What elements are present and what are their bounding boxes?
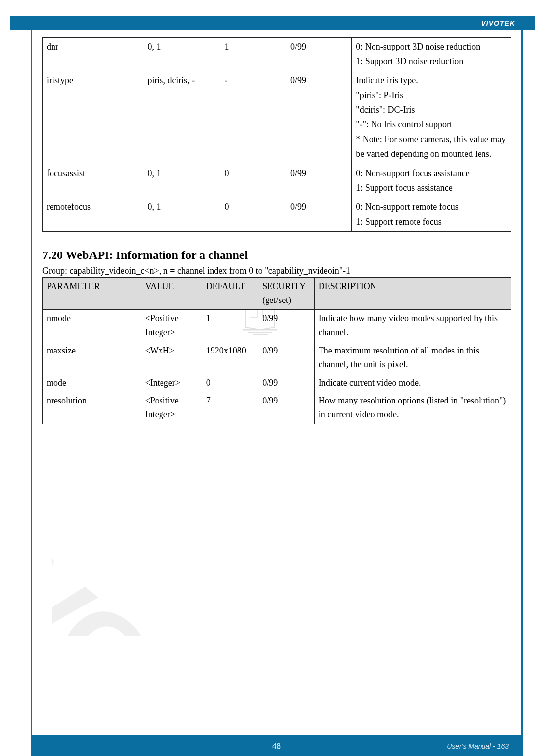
cell-parameter: iristype xyxy=(43,71,143,164)
cell-security: 0/99 xyxy=(258,374,315,392)
watermark-text: VIVOTEK Confidential xyxy=(52,466,441,636)
cell-security: 0/99 xyxy=(286,71,351,164)
cell-security: 0/99 xyxy=(286,164,351,198)
cell-description: Indicate how many video modes supported … xyxy=(314,310,511,342)
cell-value: <Integer> xyxy=(141,374,202,392)
cell-description: 0: Non-support remote focus 1: Support r… xyxy=(352,198,511,231)
col-parameter: PARAMETER xyxy=(43,278,141,310)
col-value: VALUE xyxy=(141,278,202,310)
cell-default: 0 xyxy=(220,198,286,231)
cell-description: 0: Non-support 3D noise reduction 1: Sup… xyxy=(352,38,511,71)
cell-parameter: focusassist xyxy=(43,164,143,198)
col-description: DESCRIPTION xyxy=(314,278,511,310)
table-parameters-2: PARAMETER VALUE DEFAULT SECURITY (get/se… xyxy=(42,277,511,424)
cell-value: <Positive Integer> xyxy=(141,310,202,342)
cell-default: 1 xyxy=(220,38,286,71)
cell-security: 0/99 xyxy=(258,342,315,374)
table-header-row: PARAMETER VALUE DEFAULT SECURITY (get/se… xyxy=(43,278,511,310)
cell-description: Indicate iris type. "piris": P-Iris "dci… xyxy=(352,71,511,164)
cell-value: 0, 1 xyxy=(143,164,220,198)
cell-security: 0/99 xyxy=(258,392,315,424)
content-area: dnr 0, 1 1 0/99 0: Non-support 3D noise … xyxy=(42,37,511,424)
cell-security: 0/99 xyxy=(286,198,351,231)
table-row: dnr 0, 1 1 0/99 0: Non-support 3D noise … xyxy=(43,38,511,71)
cell-default: 7 xyxy=(202,392,258,424)
section-note: Group: capability_videoin_c<n>, n = chan… xyxy=(42,266,511,276)
table-row: mode <Integer> 0 0/99 Indicate current v… xyxy=(43,374,511,392)
cell-parameter: mode xyxy=(43,374,141,392)
cell-value: <WxH> xyxy=(141,342,202,374)
cell-description: The maximum resolution of all modes in t… xyxy=(314,342,511,374)
table-row: maxsize <WxH> 1920x1080 0/99 The maximum… xyxy=(43,342,511,374)
col-security: SECURITY (get/set) xyxy=(258,278,315,310)
cell-default: 0 xyxy=(202,374,258,392)
cell-parameter: nmode xyxy=(43,310,141,342)
cell-security: 0/99 xyxy=(286,38,351,71)
cell-default: 1920x1080 xyxy=(202,342,258,374)
table-row: nmode <Positive Integer> 1 0/99 Indicate… xyxy=(43,310,511,342)
table-parameters-1: dnr 0, 1 1 0/99 0: Non-support 3D noise … xyxy=(42,37,511,232)
cell-parameter: maxsize xyxy=(43,342,141,374)
section-heading: 7.20 WebAPI: Information for a channel xyxy=(42,249,511,262)
footer-manual-ref: User's Manual - 163 xyxy=(447,742,509,750)
footer-bar: 48 User's Manual - 163 xyxy=(31,736,523,756)
table-row: remotefocus 0, 1 0 0/99 0: Non-support r… xyxy=(43,198,511,231)
header-bar: VIVOTEK xyxy=(10,16,535,30)
cell-parameter: nresolution xyxy=(43,392,141,424)
cell-description: 0: Non-support focus assistance 1: Suppo… xyxy=(352,164,511,198)
cell-parameter: remotefocus xyxy=(43,198,143,231)
table-row: iristype piris, dciris, - - 0/99 Indicat… xyxy=(43,71,511,164)
col-default: DEFAULT xyxy=(202,278,258,310)
cell-value: 0, 1 xyxy=(143,38,220,71)
table-row: focusassist 0, 1 0 0/99 0: Non-support f… xyxy=(43,164,511,198)
cell-description: How many resolution options (listed in "… xyxy=(314,392,511,424)
table-row: nresolution <Positive Integer> 7 0/99 Ho… xyxy=(43,392,511,424)
cell-default: 0 xyxy=(220,164,286,198)
cell-value: piris, dciris, - xyxy=(143,71,220,164)
cell-description: Indicate current video mode. xyxy=(314,374,511,392)
cell-security: 0/99 xyxy=(258,310,315,342)
cell-value: 0, 1 xyxy=(143,198,220,231)
cell-default: - xyxy=(220,71,286,164)
header-brand: VIVOTEK xyxy=(482,19,515,27)
page-frame: VIVOTEK Confidential dnr 0, 1 1 0/99 0: … xyxy=(31,30,523,736)
cell-value: <Positive Integer> xyxy=(141,392,202,424)
cell-default: 1 xyxy=(202,310,258,342)
cell-parameter: dnr xyxy=(43,38,143,71)
